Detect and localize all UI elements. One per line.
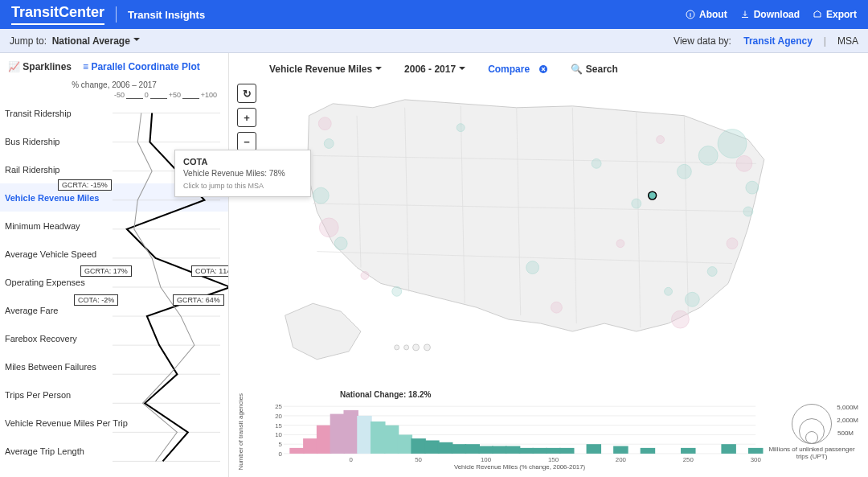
agency-dot[interactable]: [324, 139, 334, 149]
zoom-out-button[interactable]: −: [237, 132, 256, 151]
download-link[interactable]: Download: [740, 9, 800, 20]
histogram-bar[interactable]: [317, 426, 331, 454]
histogram-bar[interactable]: [532, 448, 547, 454]
tab-sparklines[interactable]: 📈 Sparklines: [8, 61, 72, 72]
year-range-dropdown[interactable]: 2006 - 2017: [404, 64, 465, 75]
agency-dot[interactable]: [457, 124, 465, 132]
metric-row-average-vehicle-speed[interactable]: Average Vehicle Speed: [0, 240, 228, 268]
agency-dot[interactable]: [685, 292, 699, 306]
agency-dot[interactable]: [743, 207, 753, 216]
histogram-bar[interactable]: [748, 448, 763, 454]
metric-row-average-trip-length[interactable]: Average Trip Length: [0, 437, 228, 465]
agency-dot[interactable]: [698, 146, 718, 166]
agency-dot[interactable]: [718, 130, 747, 158]
export-link[interactable]: Export: [813, 9, 857, 20]
agency-dot[interactable]: [736, 155, 752, 171]
agency-dot[interactable]: [361, 271, 369, 279]
tooltip-title: COTA: [183, 157, 302, 167]
agency-dot[interactable]: [592, 158, 601, 168]
agency-dot[interactable]: [334, 237, 347, 250]
tab-parallel-coordinate[interactable]: ≡ Parallel Coordinate Plot: [83, 61, 200, 72]
view-by-agency[interactable]: Transit Agency: [743, 35, 813, 47]
export-icon: [813, 10, 822, 19]
agency-dot[interactable]: [657, 136, 665, 144]
svg-text:300: 300: [751, 456, 762, 463]
histogram-bar[interactable]: [424, 440, 439, 453]
metric-row-farebox-recovery[interactable]: Farebox Recovery: [0, 324, 228, 352]
metric-row-vehicle-revenue-miles-per-trip[interactable]: Vehicle Revenue Miles Per Trip: [0, 409, 228, 437]
metric-row-trips-per-person[interactable]: Trips Per Person: [0, 380, 228, 409]
agency-dot[interactable]: [392, 286, 402, 296]
badge-cota-opex[interactable]: COTA: 114%: [191, 265, 228, 277]
agency-dot[interactable]: [727, 238, 738, 249]
histogram-bar[interactable]: [465, 444, 480, 454]
map-tooltip[interactable]: COTA Vehicle Revenue Miles: 78% Click to…: [174, 150, 311, 197]
divider: [116, 6, 117, 23]
histogram-bar[interactable]: [641, 448, 655, 454]
svg-text:5: 5: [278, 441, 282, 448]
metric-row-minimum-headway[interactable]: Minimum Headway: [0, 212, 228, 240]
badge-gcrta-farebox[interactable]: GCRTA: 64%: [173, 294, 224, 306]
metric-row-transit-ridership[interactable]: Transit Ridership: [0, 99, 228, 127]
histogram-bar[interactable]: [303, 438, 317, 454]
agency-dot[interactable]: [313, 187, 329, 204]
agency-dot[interactable]: [319, 218, 338, 237]
histogram-bar[interactable]: [681, 448, 695, 454]
histogram-bar[interactable]: [330, 414, 345, 454]
svg-text:Vehicle Revenue Miles (% chang: Vehicle Revenue Miles (% change, 2006-20…: [454, 463, 586, 471]
badge-gcrta-opex[interactable]: GCRTA: 17%: [80, 265, 132, 277]
histogram-bar[interactable]: [357, 416, 371, 454]
agency-dot[interactable]: [672, 310, 690, 328]
svg-text:10: 10: [275, 431, 282, 438]
metric-dropdown[interactable]: Vehicle Revenue Miles: [269, 64, 382, 75]
svg-point-18: [413, 344, 420, 351]
agency-dot[interactable]: [707, 267, 717, 277]
reset-view-button[interactable]: ↻: [237, 84, 256, 103]
map[interactable]: ↻ + −: [237, 84, 860, 389]
compare-button[interactable]: Compare: [488, 64, 548, 75]
jump-to-label: Jump to:: [10, 35, 47, 47]
jump-to-select[interactable]: National Average: [52, 35, 140, 47]
svg-text:i: i: [690, 12, 691, 18]
histogram-bar[interactable]: [546, 448, 560, 454]
selected-agency-dot[interactable]: [649, 191, 657, 199]
agency-dot[interactable]: [551, 302, 562, 313]
histogram-bar[interactable]: [613, 446, 628, 454]
histogram-bar[interactable]: [411, 438, 425, 454]
view-by-msa[interactable]: MSA: [837, 35, 858, 47]
histogram-bar[interactable]: [452, 444, 466, 454]
zoom-in-button[interactable]: +: [237, 108, 256, 127]
histogram-bar[interactable]: [289, 448, 304, 454]
histo-title: National Change: 18.2%: [340, 390, 431, 399]
histogram-bar[interactable]: [559, 448, 574, 454]
agency-dot[interactable]: [318, 117, 331, 130]
histogram-bar[interactable]: [478, 446, 493, 454]
histogram-bar[interactable]: [492, 446, 506, 454]
badge-gcrta-vrm[interactable]: GCRTA: -15%: [58, 179, 112, 191]
agency-dot[interactable]: [526, 261, 539, 274]
histogram-bar[interactable]: [343, 410, 358, 454]
histogram-bar[interactable]: [371, 421, 385, 454]
svg-text:20: 20: [275, 413, 282, 420]
badge-cota-fare[interactable]: COTA: -2%: [74, 294, 118, 306]
agency-dot[interactable]: [616, 240, 624, 248]
svg-point-19: [424, 344, 430, 351]
agency-dot[interactable]: [746, 181, 759, 194]
histo-ylabel: Number of transit agencies: [237, 393, 244, 471]
histogram-bar[interactable]: [587, 444, 601, 454]
histogram-bar[interactable]: [721, 444, 735, 454]
agency-dot[interactable]: [677, 164, 691, 179]
right-panel: COTA Vehicle Revenue Miles: 78% Click to…: [229, 53, 868, 477]
histogram-bar[interactable]: [519, 448, 534, 454]
agency-dot[interactable]: [632, 199, 641, 208]
histogram-bar[interactable]: [398, 434, 412, 453]
histogram-bar[interactable]: [384, 426, 399, 454]
svg-text:0: 0: [350, 456, 354, 463]
search-button[interactable]: 🔍 Search: [571, 64, 617, 75]
histogram-bar[interactable]: [506, 446, 520, 454]
agency-dot[interactable]: [665, 287, 673, 295]
histogram-bar[interactable]: [438, 442, 452, 454]
metric-row-miles-between-failures[interactable]: Miles Between Failures: [0, 352, 228, 380]
brand-logo[interactable]: TransitCenter: [11, 4, 104, 25]
about-link[interactable]: iAbout: [686, 9, 727, 20]
